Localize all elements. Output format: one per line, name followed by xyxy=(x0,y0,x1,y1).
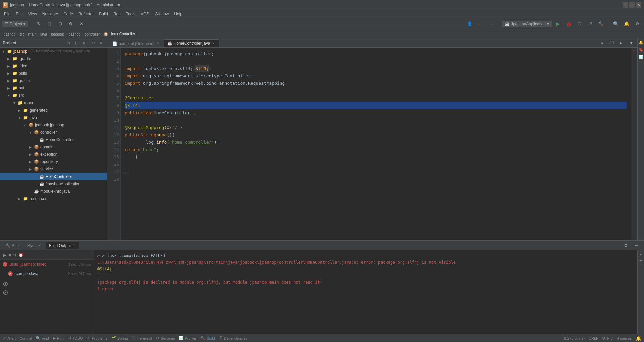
status-todo[interactable]: ☑ TODO xyxy=(68,336,83,340)
search-everywhere-icon[interactable]: 🔍 xyxy=(611,19,621,29)
build-task-item[interactable]: ✕ :compileJava 2 sec, 967 ms xyxy=(0,269,94,278)
account-icon[interactable]: 👤 xyxy=(465,19,475,29)
tree-item-domain-pkg[interactable]: ▶ 📦 domain xyxy=(0,143,107,151)
tree-item-jpabook-pkg[interactable]: ▾ 📦 jpabook.jpashop xyxy=(0,121,107,129)
breadcrumb-jpabook[interactable]: jpabook xyxy=(51,32,64,36)
structure-icon[interactable]: 📊 xyxy=(638,54,644,60)
status-run[interactable]: ▶ Run xyxy=(53,336,64,340)
status-terminal[interactable]: ⬛ Terminal xyxy=(132,336,152,340)
sync-files-button[interactable]: ↻ xyxy=(65,40,72,46)
build-expand-btn[interactable]: ⊕ xyxy=(3,280,91,288)
tree-item-controller-pkg[interactable]: ▾ 📦 controller xyxy=(0,129,107,136)
tree-item-homecontroller[interactable]: ▶ ☕ HomeController xyxy=(0,136,107,143)
expand-sidebar-button[interactable]: ⊞ xyxy=(81,40,88,46)
menu-navigate[interactable]: Navigate xyxy=(40,10,61,18)
scroll-down-icon[interactable]: ▼ xyxy=(627,38,636,47)
tree-item-gradle2[interactable]: ▶ 📁 gradle xyxy=(0,77,107,84)
build-status-item[interactable]: ✕ Build: jpashop: failed 3 sec, 334 ms xyxy=(0,260,94,269)
sync-close-icon[interactable]: ✕ xyxy=(38,244,42,247)
navigate-back-icon[interactable]: ← xyxy=(476,19,485,29)
expand-icon[interactable]: ⊞ xyxy=(55,19,65,29)
maximize-button[interactable]: □ xyxy=(629,2,635,8)
tab-sync[interactable]: Sync ✕ xyxy=(25,242,45,249)
build-filter-err-btn[interactable]: ⊘ xyxy=(3,288,91,296)
settings-gear-icon[interactable]: ⚙ xyxy=(633,19,642,29)
tree-item-repository-pkg[interactable]: ▶ 📦 repository xyxy=(0,158,107,165)
tree-item-gradle[interactable]: ▶ 📁 .gradle xyxy=(0,55,107,62)
status-build[interactable]: 🔨 Build xyxy=(200,336,215,340)
breadcrumb-main[interactable]: main xyxy=(28,32,37,36)
tree-item-resources[interactable]: ▶ 📁 resources xyxy=(0,195,107,202)
collapse-sidebar-button[interactable]: ⊟ xyxy=(73,40,80,46)
line-ending[interactable]: CRLF xyxy=(589,336,598,341)
code-editor[interactable]: package jpabook.jpashop.controller; impo… xyxy=(121,48,631,240)
tree-item-hellocontroller[interactable]: ▶ ☕ HelloController xyxy=(0,173,107,180)
collapse-all-icon[interactable]: ⊟ xyxy=(45,19,54,29)
build-panel-settings-icon[interactable]: ⚙ xyxy=(621,241,631,250)
tree-item-module-info[interactable]: ▶ ☕ module-info.java xyxy=(0,188,107,195)
tree-item-main[interactable]: ▾ 📁 main xyxy=(0,99,107,107)
editor-content[interactable]: 12345 678910 1112131415 161718 package j… xyxy=(107,48,637,240)
breadcrumb-src[interactable]: src xyxy=(19,32,24,36)
tab-pom-close[interactable]: ✕ xyxy=(156,42,160,45)
run-button[interactable]: ▶ xyxy=(553,19,563,29)
build-output-close-icon[interactable]: ✕ xyxy=(72,244,76,247)
build-run-button[interactable]: ▶ xyxy=(3,252,6,258)
coverage-button[interactable]: 🛡 xyxy=(575,19,584,29)
tree-item-build[interactable]: ▶ 📁 build xyxy=(0,70,107,77)
navigate-forward-icon[interactable]: → xyxy=(487,19,496,29)
tree-item-service-pkg[interactable]: ▶ 📦 service xyxy=(0,165,107,173)
run-config-dropdown[interactable]: ☕ JpashopApplication ▾ xyxy=(502,21,552,27)
menu-help[interactable]: Help xyxy=(171,10,185,18)
menu-run[interactable]: Run xyxy=(111,10,123,18)
breadcrumb-controller[interactable]: controller xyxy=(84,32,100,36)
build-icon-2[interactable]: ☰ xyxy=(638,259,644,264)
tree-item-out[interactable]: ▶ 📁 out xyxy=(0,84,107,92)
recent-files-icon[interactable]: ≡ xyxy=(598,38,607,47)
tab-build-label[interactable]: 🔨 Build xyxy=(3,242,23,249)
debug-button[interactable]: 🐞 xyxy=(564,19,573,29)
tree-item-src[interactable]: ▾ 📁 src xyxy=(0,92,107,99)
sidebar-settings-button[interactable]: ⚙ xyxy=(90,40,96,46)
menu-tools[interactable]: Tools xyxy=(123,10,138,18)
tab-homecontroller-close[interactable]: ✕ xyxy=(211,42,215,45)
breadcrumb-jpashop[interactable]: jpashop xyxy=(3,32,16,36)
menu-edit[interactable]: Edit xyxy=(13,10,25,18)
scroll-up-icon[interactable]: ▲ xyxy=(616,38,625,47)
indent-settings[interactable]: 4 spaces xyxy=(617,336,632,341)
breadcrumb-jpashop2[interactable]: jpashop xyxy=(68,32,81,36)
tree-item-idea[interactable]: ▶ 📁 .idea xyxy=(0,62,107,70)
tree-item-jpashopapp[interactable]: ▶ ☕ JpashopApplication xyxy=(0,180,107,188)
menu-file[interactable]: File xyxy=(1,10,13,18)
status-problems[interactable]: ⚠ Problems xyxy=(87,336,107,340)
build-filter-button[interactable]: ⏰ xyxy=(18,253,23,257)
status-dependencies[interactable]: 🗄 Dependencies xyxy=(219,336,247,340)
status-profiler[interactable]: 📊 Profiler xyxy=(179,336,196,340)
minimize-button[interactable]: ─ xyxy=(623,2,628,8)
build-stop-button[interactable]: ■ xyxy=(8,252,11,258)
menu-view[interactable]: View xyxy=(25,10,40,18)
notifications-icon[interactable]: 🔔 xyxy=(622,19,631,29)
encoding[interactable]: UTF-8 xyxy=(602,336,613,341)
menu-window[interactable]: Window xyxy=(152,10,172,18)
notifications-side-icon[interactable]: 🔔 xyxy=(638,40,644,45)
menu-code[interactable]: Code xyxy=(61,10,76,18)
notifications-button[interactable]: 🔔 xyxy=(636,336,641,341)
tab-homecontroller-java[interactable]: ☕ HomeController.java ✕ xyxy=(164,39,219,47)
status-spring[interactable]: 🌱 Spring xyxy=(111,336,128,340)
status-find[interactable]: 🔍 Find xyxy=(36,336,49,340)
tree-item-jpashop[interactable]: ▾ 📁 jpashop C:\Users\asdxc\OneDrive\바탕화면… xyxy=(0,48,107,55)
bookmarks-icon[interactable]: 🔖 xyxy=(638,47,644,52)
close-button[interactable]: ✕ xyxy=(636,2,641,8)
menu-vcs[interactable]: VCS xyxy=(138,10,152,18)
build-button[interactable]: 🔨 xyxy=(596,19,605,29)
tree-item-generated[interactable]: ▶ 📁 generated xyxy=(0,107,107,114)
status-services[interactable]: ⚙ Services xyxy=(156,336,175,340)
profile-button[interactable]: ⏱ xyxy=(585,19,595,29)
close-icon[interactable]: ✕ xyxy=(77,19,86,29)
tree-item-exception-pkg[interactable]: ▶ 📦 exception xyxy=(0,151,107,158)
sync-icon[interactable]: ↻ xyxy=(34,19,43,29)
cursor-position[interactable]: 8:2 (5 chars) xyxy=(564,336,585,341)
breadcrumb-java[interactable]: java xyxy=(40,32,47,36)
build-icon-1[interactable]: ≡ xyxy=(638,252,644,257)
